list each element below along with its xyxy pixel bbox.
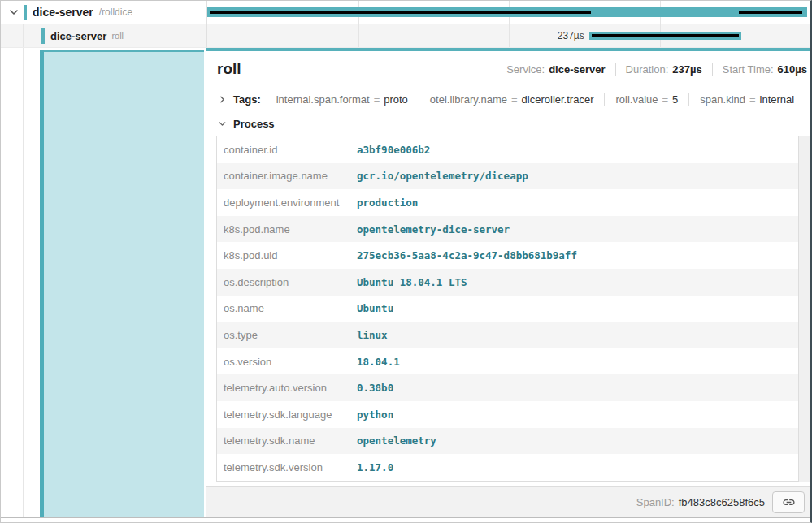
process-key: telemetry.sdk.name <box>217 434 357 447</box>
table-row: container.image.namegcr.io/opentelemetry… <box>217 163 798 190</box>
timeline-gridline <box>509 24 510 47</box>
bottom-spacer <box>1 518 810 523</box>
chevron-right-icon[interactable] <box>217 94 228 105</box>
process-key: container.image.name <box>217 170 357 182</box>
span-color-bar <box>41 28 45 44</box>
tag-key: span.kind <box>700 93 745 106</box>
tag-value: diceroller.tracer <box>522 93 594 106</box>
tag-equals: = <box>511 93 518 106</box>
process-value: 1.17.0 <box>357 461 393 473</box>
service-name: dice-server <box>50 30 106 42</box>
chevron-down-icon[interactable] <box>7 6 20 19</box>
timeline-cell-roll: 237µs <box>206 24 810 48</box>
tag-value: proto <box>384 93 408 106</box>
process-key: k8s.pod.name <box>217 223 357 236</box>
table-row: container.ida3bf90e006b2 <box>217 136 798 163</box>
table-row: telemetry.sdk.version1.17.0 <box>217 454 798 481</box>
service-name: dice-server <box>33 6 93 19</box>
span-row-roll[interactable]: dice-server roll 237µs <box>1 24 810 48</box>
table-row: os.version18.04.1 <box>217 348 798 375</box>
process-value: 0.38b0 <box>357 382 393 394</box>
duration-label: Duration: <box>626 63 669 76</box>
span-detail-card: roll Service: dice-server Duration: 237µ… <box>206 48 810 517</box>
tag-key: roll.value <box>615 93 658 106</box>
operation-name: roll <box>111 31 124 41</box>
table-row: os.typelinux <box>217 322 798 348</box>
timeline-gridline <box>358 24 359 47</box>
span-detail-row: roll Service: dice-server Duration: 237µ… <box>1 48 810 518</box>
process-value: Ubuntu 18.04.1 LTS <box>357 276 467 288</box>
process-key: telemetry.sdk.version <box>217 461 357 473</box>
service-label: Service: <box>506 63 545 76</box>
critical-path-segment <box>739 11 802 14</box>
process-value: python <box>357 408 393 421</box>
timeline-cell-rolldice <box>206 1 810 24</box>
span-id-label: SpanID: <box>636 496 675 508</box>
start-time-label: Start Time: <box>723 63 774 76</box>
table-row: k8s.pod.nameopentelemetry-dice-server <box>217 216 798 243</box>
process-value: a3bf90e006b2 <box>357 144 430 156</box>
tag-item: span.kind=internal <box>688 93 805 106</box>
process-table: container.ida3bf90e006b2 container.image… <box>216 136 799 482</box>
process-value: opentelemetry-dice-server <box>357 223 510 236</box>
tag-equals: = <box>749 93 756 106</box>
span-bar-rolldice[interactable] <box>207 7 807 17</box>
service-value: dice-server <box>549 63 605 76</box>
jaeger-trace-detail-view: dice-server /rolldice dice-server roll 2… <box>0 0 812 523</box>
tag-item: otel.library.name=diceroller.tracer <box>419 93 605 106</box>
process-table-zone: container.ida3bf90e006b2 container.image… <box>216 136 810 482</box>
span-title: roll <box>217 60 241 78</box>
process-key: os.description <box>217 276 357 288</box>
span-duration-label: 237µs <box>558 30 584 41</box>
table-row: os.nameUbuntu <box>217 296 798 322</box>
chevron-down-icon[interactable] <box>217 119 228 129</box>
table-row: os.descriptionUbuntu 18.04.1 LTS <box>217 269 798 296</box>
span-bar-roll[interactable] <box>589 32 741 40</box>
indent-guide <box>23 24 24 47</box>
process-value: opentelemetry <box>357 434 436 447</box>
tags-header-label: Tags: <box>233 93 261 106</box>
process-key: os.type <box>217 329 357 341</box>
tags-accordion[interactable]: Tags: internal.span.format=proto otel.li… <box>206 84 810 108</box>
deep-link-button[interactable] <box>772 491 805 513</box>
critical-path-segment <box>592 34 739 37</box>
process-value: 18.04.1 <box>357 356 400 368</box>
process-key: container.id <box>217 144 357 156</box>
span-meta: Service: dice-server Duration: 237µs Sta… <box>506 63 807 76</box>
detail-header: roll Service: dice-server Duration: 237µ… <box>206 51 810 84</box>
meta-separator <box>712 63 713 76</box>
tag-value: 5 <box>672 93 678 106</box>
selected-span-tint <box>44 50 204 517</box>
process-key: telemetry.sdk.language <box>217 408 357 421</box>
span-name-cell-rolldice[interactable]: dice-server /rolldice <box>1 1 206 24</box>
process-header-label: Process <box>233 118 275 130</box>
tag-equals: = <box>374 93 380 106</box>
process-key: os.version <box>217 356 357 368</box>
process-value: production <box>357 197 418 209</box>
process-key: os.name <box>217 302 357 314</box>
detail-indent-rail <box>1 48 206 517</box>
indent-guide <box>23 48 24 517</box>
operation-name: /rolldice <box>99 6 132 18</box>
tag-value: internal <box>760 93 795 106</box>
span-detail-footer: SpanID: fb483c8c6258f6c5 <box>206 486 810 517</box>
tag-key: otel.library.name <box>430 93 507 106</box>
span-color-bar <box>24 5 27 20</box>
process-value: 275ecb36-5aa8-4c2a-9c47-d8bb681b9aff <box>357 249 577 262</box>
tag-equals: = <box>662 93 669 106</box>
process-value: gcr.io/opentelemetry/diceapp <box>357 170 528 182</box>
span-row-rolldice[interactable]: dice-server /rolldice <box>1 1 810 24</box>
tag-key: internal.span.format <box>276 93 370 106</box>
scrollbar-gutter <box>799 136 810 482</box>
critical-path-segment <box>210 11 591 14</box>
span-name-cell-roll[interactable]: dice-server roll <box>1 24 206 48</box>
process-value: linux <box>357 329 388 341</box>
process-value: Ubuntu <box>357 302 393 314</box>
process-key: deployment.environment <box>217 197 357 209</box>
tag-item: roll.value=5 <box>604 93 688 106</box>
table-row: deployment.environmentproduction <box>217 189 798 216</box>
process-key: telemetry.auto.version <box>217 382 357 394</box>
table-row: telemetry.sdk.languagepython <box>217 401 798 428</box>
tag-item: internal.span.format=proto <box>266 93 419 106</box>
process-accordion[interactable]: Process <box>206 108 810 136</box>
